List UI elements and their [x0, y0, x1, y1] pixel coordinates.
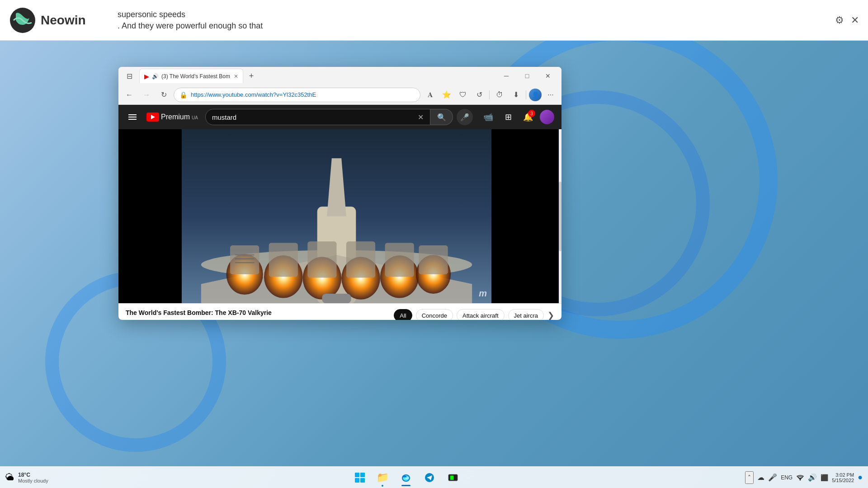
browser-shield-button[interactable]: 🛡	[456, 88, 470, 102]
svg-rect-13	[269, 243, 298, 277]
svg-rect-21	[322, 294, 351, 303]
create-icon: 📹	[483, 112, 493, 122]
favorites-button[interactable]: ⭐	[439, 88, 454, 102]
yt-search-button[interactable]: 🔍	[430, 109, 453, 125]
minimize-button[interactable]: ─	[496, 69, 516, 83]
yt-search-container: ✕ 🔍 🎤	[205, 109, 473, 125]
browser-window: ⊟ ▶ 🔊 (3) The World's Fastest Bom ✕ + ─ …	[118, 67, 561, 320]
search-icon: 🔍	[437, 113, 446, 122]
close-button[interactable]: ✕	[538, 69, 558, 83]
notification-line1: supersonic speeds	[118, 10, 826, 19]
immersive-reader-button[interactable]: ↺	[472, 88, 486, 102]
video-area: m The World's Fastest Bomber: The XB-70 …	[118, 129, 561, 320]
downloads-button[interactable]: ⬇	[509, 88, 523, 102]
time: 3:02 PM	[835, 472, 854, 478]
back-button[interactable]: ←	[122, 88, 137, 102]
more-options-button[interactable]: ···	[543, 88, 558, 102]
yt-profile-avatar[interactable]	[540, 110, 554, 124]
yt-notification-button[interactable]: 🔔 3	[520, 109, 536, 125]
tray-overflow-button[interactable]: ˄	[745, 471, 754, 484]
address-bar[interactable]	[191, 91, 415, 98]
tab-close-button[interactable]: ✕	[234, 73, 238, 80]
usb-icon[interactable]: ⬛	[821, 474, 828, 481]
taskbar-left: 🌥 18°C Mostly cloudy	[0, 472, 81, 483]
notification-badge: 3	[528, 110, 535, 117]
profile-avatar[interactable]: 👤	[529, 89, 542, 101]
video-player[interactable]: m	[118, 129, 561, 303]
datetime[interactable]: 3:02 PM 5/15/2022	[832, 472, 854, 483]
video-thumbnail: m	[182, 129, 491, 303]
new-tab-button[interactable]: +	[245, 70, 258, 82]
weather-icon: 🌥	[5, 472, 14, 483]
yt-apps-button[interactable]: ⊞	[500, 109, 516, 125]
taskbar: 🌥 18°C Mostly cloudy 📁	[0, 466, 868, 488]
yt-play-icon	[151, 115, 155, 119]
tab-bar: ▶ 🔊 (3) The World's Fastest Bom ✕ +	[139, 69, 494, 83]
filter-concorde-chip[interactable]: Concorde	[416, 309, 453, 320]
tab-title: (3) The World's Fastest Bom	[161, 73, 231, 80]
yt-create-button[interactable]: 📹	[480, 109, 496, 125]
language-indicator[interactable]: ENG	[781, 474, 793, 481]
yt-mic-button[interactable]: 🎤	[457, 109, 473, 125]
date: 5/15/2022	[832, 478, 854, 483]
video-letterbox-right	[491, 129, 561, 303]
active-tab[interactable]: ▶ 🔊 (3) The World's Fastest Bom ✕	[139, 69, 243, 83]
yt-logo[interactable]: Premium UA	[146, 113, 198, 122]
taskbar-center: 📁 █▌	[81, 468, 732, 488]
scrollbar-track[interactable]	[559, 129, 561, 303]
yt-search-box[interactable]: ✕	[205, 109, 430, 125]
filter-chips: All Concorde Attack aircraft Jet aircra …	[394, 309, 554, 320]
start-button[interactable]	[351, 469, 369, 487]
maximize-button[interactable]: □	[517, 69, 537, 83]
cloud-icon[interactable]: ☁	[757, 473, 764, 482]
filter-attack-aircraft-chip[interactable]: Attack aircraft	[457, 309, 504, 320]
menu-line-1	[128, 114, 137, 115]
filter-more-button[interactable]: ❯	[547, 310, 554, 320]
yt-search-input[interactable]	[212, 113, 414, 121]
neowin-icon	[9, 7, 36, 34]
system-icons: ☁ 🎤 ENG 🔊 ⬛	[757, 473, 828, 482]
video-title: The World's Fastest Bomber: The XB-70 Va…	[126, 309, 272, 316]
notification-settings-button[interactable]: ⚙	[835, 14, 844, 26]
volume-icon[interactable]: 🔊	[808, 473, 817, 482]
notification-dot[interactable]: ●	[858, 473, 863, 482]
sidebar-toggle-button[interactable]: ⊟	[122, 69, 137, 83]
wifi-icon[interactable]	[796, 474, 804, 481]
tab-audio-icon: 🔊	[152, 73, 159, 80]
address-bar-wrapper[interactable]: 🔒	[174, 88, 420, 102]
filter-jet-aircraft-chip[interactable]: Jet aircra	[508, 309, 544, 320]
video-info-bar: The World's Fastest Bomber: The XB-70 Va…	[118, 303, 561, 320]
notification-close-button[interactable]: ✕	[851, 14, 859, 26]
neowin-logo: Neowin	[9, 7, 108, 34]
svg-text:█▌: █▌	[450, 475, 455, 480]
toolbar-icons: 𝐀 ⭐ 🛡 ↺ ⏱ ⬇ 👤 ···	[423, 88, 558, 102]
site-name: Neowin	[41, 13, 86, 28]
svg-rect-17	[419, 245, 448, 274]
weather-widget[interactable]: 🌥 18°C Mostly cloudy	[5, 472, 48, 483]
notification-line2: . And they were powerful enough so that	[118, 21, 826, 31]
windows-logo	[355, 473, 365, 483]
filter-all-chip[interactable]: All	[394, 309, 412, 320]
edge-icon	[401, 473, 411, 483]
video-visual	[182, 129, 491, 303]
svg-rect-16	[385, 243, 414, 277]
terminal-icon: █▌	[448, 473, 458, 483]
yt-premium-label: Premium	[161, 113, 190, 121]
edge-browser-button[interactable]	[396, 468, 416, 488]
notification-actions: ⚙ ✕	[835, 14, 859, 26]
mic-icon[interactable]: 🎤	[768, 473, 777, 482]
terminal-button[interactable]: █▌	[443, 468, 463, 488]
file-explorer-button[interactable]: 📁	[373, 468, 392, 488]
read-aloud-button[interactable]: 𝐀	[423, 88, 438, 102]
video-title-row: The World's Fastest Bomber: The XB-70 Va…	[126, 309, 554, 320]
yt-search-clear-button[interactable]: ✕	[418, 113, 424, 122]
forward-button[interactable]: →	[139, 88, 154, 102]
telegram-button[interactable]	[420, 468, 439, 488]
weather-description: Mostly cloudy	[18, 478, 48, 483]
refresh-button[interactable]: ↻	[156, 88, 171, 102]
weather-text: 18°C Mostly cloudy	[18, 472, 48, 483]
youtube-content: Premium UA ✕ 🔍 🎤 📹	[118, 105, 561, 320]
yt-menu-button[interactable]	[126, 112, 139, 122]
history-button[interactable]: ⏱	[492, 88, 507, 102]
svg-rect-14	[307, 241, 336, 277]
